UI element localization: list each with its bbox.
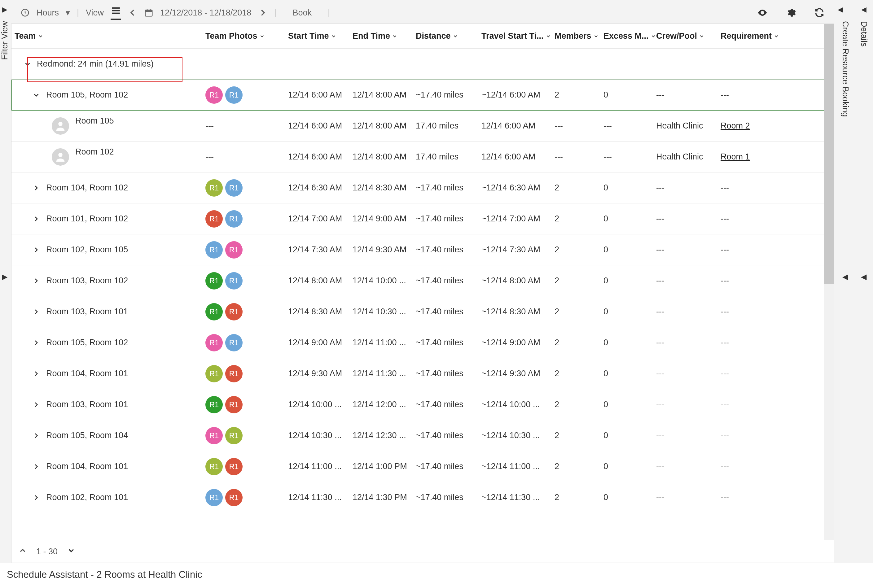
chevron-right-icon[interactable] [30, 339, 42, 347]
chevron-down-icon[interactable] [774, 33, 779, 39]
svg-rect-3 [112, 12, 120, 14]
table-row[interactable]: Room 102---12/14 6:00 AM12/14 8:00 AM17.… [12, 141, 834, 172]
expand-right-icon[interactable]: ▶ [2, 6, 8, 14]
dropdown-caret-icon[interactable]: ▾ [66, 8, 70, 18]
chevron-right-icon[interactable] [30, 246, 42, 254]
team-photo-badge: R1 [225, 272, 243, 290]
cell-start: 12/14 9:30 AM [288, 369, 353, 378]
cell-exc: 0 [604, 307, 656, 316]
chevron-right-icon[interactable] [30, 463, 42, 471]
table-row[interactable]: Room 103, Room 101R1R112/14 8:30 AM12/14… [12, 296, 834, 327]
hours-dropdown[interactable]: Hours [36, 8, 59, 18]
chevron-right-icon[interactable] [30, 400, 42, 409]
cell-mem: 2 [554, 431, 604, 440]
chevron-right-icon[interactable] [30, 215, 42, 223]
chevron-down-icon[interactable] [38, 33, 44, 39]
table-row[interactable]: Room 105, Room 102R1R112/14 6:00 AM12/14… [12, 80, 834, 111]
create-booking-label: Create Resource Booking [840, 21, 850, 117]
cell-dist: ~17.40 miles [416, 307, 481, 316]
calendar-icon[interactable] [144, 8, 153, 17]
team-photo-badge: R1 [225, 86, 243, 104]
cell-dist: ~17.40 miles [416, 431, 481, 440]
group-header-row[interactable]: Redmond: 24 min (14.91 miles) [12, 49, 834, 80]
chevron-down-icon[interactable] [651, 33, 656, 39]
cell-dist: ~17.40 miles [416, 462, 481, 471]
cell-crew: --- [656, 462, 721, 471]
requirement-link[interactable]: Room 1 [721, 152, 750, 161]
cell-crew: --- [656, 276, 721, 285]
table-row[interactable]: Room 103, Room 101R1R112/14 10:00 ...12/… [12, 389, 834, 420]
table-row[interactable]: Room 105, Room 104R1R112/14 10:30 ...12/… [12, 420, 834, 451]
table-row[interactable]: Room 104, Room 101R1R112/14 11:00 ...12/… [12, 451, 834, 482]
pager-next-icon[interactable] [67, 546, 75, 557]
chevron-down-icon[interactable] [593, 33, 599, 39]
expand-left-mid-icon[interactable]: ◀ [842, 273, 848, 281]
table-row[interactable]: Room 102, Room 101R1R112/14 11:30 ...12/… [12, 482, 834, 513]
pager-prev-icon[interactable] [18, 546, 27, 557]
chevron-down-icon[interactable] [21, 60, 34, 68]
cell-exc: 0 [604, 493, 656, 502]
table-row[interactable]: Room 104, Room 102R1R112/14 6:30 AM12/14… [12, 172, 834, 203]
col-crew[interactable]: Crew/Pool [656, 31, 697, 41]
requirement-link[interactable]: Room 2 [721, 121, 750, 130]
book-button[interactable]: Book [283, 8, 321, 18]
create-booking-rail[interactable]: ◀ Create Resource Booking ◀ [836, 0, 854, 563]
chevron-right-icon[interactable] [30, 432, 42, 440]
team-photo-badge: R1 [205, 272, 223, 290]
chevron-right-icon[interactable] [30, 494, 42, 502]
col-excess[interactable]: Excess M... [604, 31, 649, 41]
col-requirement[interactable]: Requirement [721, 31, 772, 41]
expand-left-mid-icon[interactable]: ◀ [861, 273, 867, 281]
col-members[interactable]: Members [554, 31, 591, 41]
expand-left-icon[interactable]: ◀ [861, 6, 867, 14]
chevron-right-icon[interactable] [30, 308, 42, 316]
vertical-scrollbar[interactable] [824, 24, 834, 540]
chevron-right-icon[interactable] [30, 184, 42, 192]
chevron-down-icon[interactable] [545, 33, 551, 39]
date-range[interactable]: 12/12/2018 - 12/18/2018 [160, 8, 251, 18]
table-row[interactable]: Room 103, Room 102R1R112/14 8:00 AM12/14… [12, 266, 834, 296]
cell-exc: 0 [604, 431, 656, 440]
cell-photos: R1R1 [205, 210, 288, 228]
chevron-down-icon[interactable] [452, 33, 458, 39]
table-row[interactable]: Room 101, Room 102R1R112/14 7:00 AM12/14… [12, 203, 834, 234]
table-row[interactable]: Room 105, Room 102R1R112/14 9:00 AM12/14… [12, 327, 834, 358]
expand-right-mid-icon[interactable]: ▶ [2, 273, 8, 281]
chevron-right-icon[interactable] [30, 277, 42, 285]
cell-mem: --- [554, 152, 604, 162]
table-row[interactable]: Room 104, Room 101R1R112/14 9:30 AM12/14… [12, 358, 834, 389]
refresh-icon[interactable] [814, 8, 825, 18]
chevron-down-icon[interactable] [699, 33, 705, 39]
col-photos[interactable]: Team Photos [205, 31, 257, 41]
cell-exc: 0 [604, 276, 656, 285]
col-distance[interactable]: Distance [416, 31, 451, 41]
cell-trav: ~12/14 9:00 AM [481, 338, 554, 347]
gear-icon[interactable] [786, 8, 796, 18]
team-photo-badge: R1 [225, 334, 243, 351]
scrollbar-thumb[interactable] [824, 24, 834, 284]
details-rail[interactable]: ◀ Details ◀ [854, 0, 873, 563]
eye-icon[interactable] [757, 8, 768, 18]
team-name: Room 103, Room 101 [46, 307, 128, 316]
chevron-down-icon[interactable] [259, 33, 265, 39]
col-team[interactable]: Team [15, 31, 36, 41]
chevron-down-icon[interactable] [331, 33, 337, 39]
col-travel[interactable]: Travel Start Ti... [481, 31, 544, 41]
svg-point-9 [58, 153, 62, 157]
cell-photos: R1R1 [205, 365, 288, 382]
pager: 1 - 30 [12, 540, 834, 562]
filter-view-rail[interactable]: ▶ Filter View ▶ [0, 0, 9, 563]
filter-view-label: Filter View [0, 21, 10, 60]
list-view-icon[interactable] [111, 6, 121, 20]
prev-icon[interactable] [128, 8, 137, 17]
cell-exc: 0 [604, 214, 656, 224]
chevron-down-icon[interactable] [392, 33, 397, 39]
chevron-right-icon[interactable] [30, 370, 42, 378]
table-row[interactable]: Room 102, Room 105R1R112/14 7:30 AM12/14… [12, 234, 834, 266]
col-start[interactable]: Start Time [288, 31, 329, 41]
chevron-down-icon[interactable] [30, 91, 42, 99]
next-icon[interactable] [258, 8, 267, 17]
expand-left-icon[interactable]: ◀ [838, 6, 843, 14]
col-end[interactable]: End Time [353, 31, 390, 41]
table-row[interactable]: Room 105---12/14 6:00 AM12/14 8:00 AM17.… [12, 111, 834, 141]
